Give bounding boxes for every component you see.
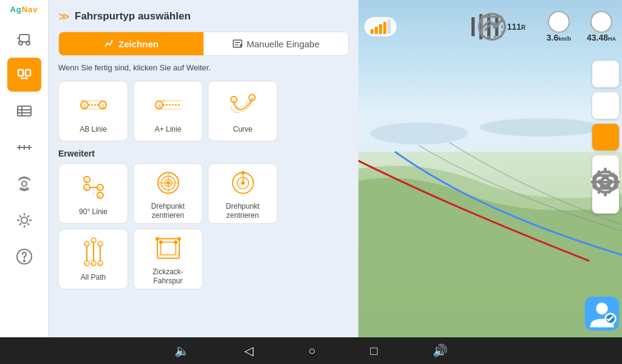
grid-item-90-linie[interactable]: A B A B 90° Linie (58, 163, 128, 224)
grid-item-a-plus-linie[interactable]: A + A+ Linie (133, 81, 203, 141)
main-panel: ≫ Fahrspurtyp auswählen Zeichnen Manuell… (49, 0, 358, 340)
grid-item-all-path[interactable]: B A A1 An B Bn All Path (58, 229, 128, 289)
a-plus-linie-label: A+ Linie (155, 125, 182, 133)
logo: AgNav (10, 5, 38, 14)
svg-rect-4 (18, 70, 23, 76)
bottom-nav: 🔈 ◁ ○ □ 🔊 (0, 337, 622, 364)
svg-point-2 (26, 41, 30, 45)
svg-text:A: A (158, 104, 161, 108)
sidebar-btn-measure[interactable] (7, 130, 41, 164)
sidebar-btn-field[interactable] (7, 94, 41, 128)
advanced-section-title: Erweitert (58, 149, 349, 158)
svg-text:A: A (83, 104, 86, 108)
home-icon[interactable]: ○ (308, 344, 315, 358)
sidebar-btn-ab[interactable] (7, 58, 41, 92)
sidebar-btn-help[interactable] (7, 240, 41, 274)
advanced-grid: A B A B 90° Linie Drehpunktz (58, 163, 349, 289)
tab-manuell-label: Manuelle Eingabe (247, 39, 320, 49)
instruction-text: Wenn Sie fertig sind, klicken Sie auf We… (58, 63, 349, 72)
svg-point-105 (595, 172, 616, 192)
panel-title: Fahrspurtyp auswählen (75, 10, 191, 22)
svg-point-90 (480, 118, 601, 136)
tab-manuell[interactable]: Manuelle Eingabe (203, 32, 348, 55)
svg-point-54 (166, 181, 170, 185)
target-btn[interactable] (592, 187, 619, 214)
logo-nav: Nav (22, 5, 38, 14)
double-arrow-icon: ≫ (58, 10, 70, 23)
sidebar-btn-radio[interactable] (7, 167, 41, 201)
svg-rect-7 (18, 106, 31, 116)
svg-rect-5 (26, 70, 30, 76)
ab-linie-label: AB Linie (80, 125, 107, 133)
svg-text:D: D (177, 254, 179, 257)
svg-point-106 (601, 178, 609, 186)
svg-rect-78 (160, 242, 176, 255)
grid-item-curve[interactable]: A B Curve (208, 81, 278, 141)
map-area: 111R 3.6km/h 43.48HA (358, 0, 622, 364)
tab-zeichnen-label: Zeichnen (118, 39, 159, 49)
sidebar-btn-vehicle[interactable] (7, 21, 41, 55)
all-path-label: All Path (81, 273, 106, 281)
svg-text:An: An (98, 244, 101, 247)
vol-down-icon[interactable]: 🔈 (174, 343, 190, 358)
grid-item-drehpunkt-1[interactable]: Drehpunktzentrieren (133, 163, 203, 224)
left-sidebar: AgNav (0, 0, 49, 364)
recent-icon[interactable]: □ (371, 344, 378, 358)
zickzack-label: Zickzack-Fahrspur (152, 268, 183, 285)
driver-button[interactable] (585, 297, 619, 331)
svg-text:B: B (178, 238, 180, 241)
90-linie-label: 90° Linie (79, 207, 108, 216)
sidebar-btn-settings[interactable] (7, 203, 41, 237)
svg-point-15 (22, 181, 27, 186)
svg-text:B: B (98, 195, 101, 198)
svg-text:B: B (98, 187, 101, 190)
grid-item-drehpunkt-2[interactable]: O A Drehpunktzentrieren (208, 163, 278, 224)
svg-text:B: B (101, 104, 104, 108)
svg-text:Bn: Bn (98, 263, 102, 266)
svg-point-16 (21, 217, 27, 223)
svg-point-79 (159, 240, 162, 244)
svg-text:A: A (85, 187, 87, 190)
drehpunkt-2-label: Drehpunktzentrieren (226, 202, 259, 220)
tab-bar: Zeichnen Manuelle Eingabe (58, 32, 349, 56)
svg-point-111 (596, 303, 608, 315)
curve-label: Curve (233, 125, 252, 133)
svg-text:C: C (159, 254, 161, 257)
svg-point-89 (371, 123, 468, 144)
svg-text:A: A (85, 179, 87, 183)
svg-point-80 (174, 240, 177, 244)
panel-header: ≫ Fahrspurtyp auswählen (58, 10, 349, 23)
svg-point-1 (19, 41, 22, 45)
vol-up-icon[interactable]: 🔊 (432, 343, 448, 358)
svg-point-18 (24, 260, 25, 261)
logo-ag: Ag (10, 5, 21, 14)
basic-grid: A B AB Linie A + A+ Linie (58, 81, 349, 141)
grid-item-zickzack[interactable]: A B C D Zickzack-Fahrspur (133, 229, 203, 289)
tab-zeichnen[interactable]: Zeichnen (59, 32, 203, 55)
map-svg (358, 0, 622, 364)
svg-text:A1: A1 (92, 240, 95, 243)
grid-item-ab-linie[interactable]: A B AB Linie (58, 81, 128, 141)
status-bar: 111R 3.6km/h 43.48HA (364, 11, 620, 42)
svg-text:O: O (239, 182, 242, 186)
drehpunkt-1-label: Drehpunktzentrieren (151, 202, 185, 220)
back-icon[interactable]: ◁ (244, 343, 253, 358)
